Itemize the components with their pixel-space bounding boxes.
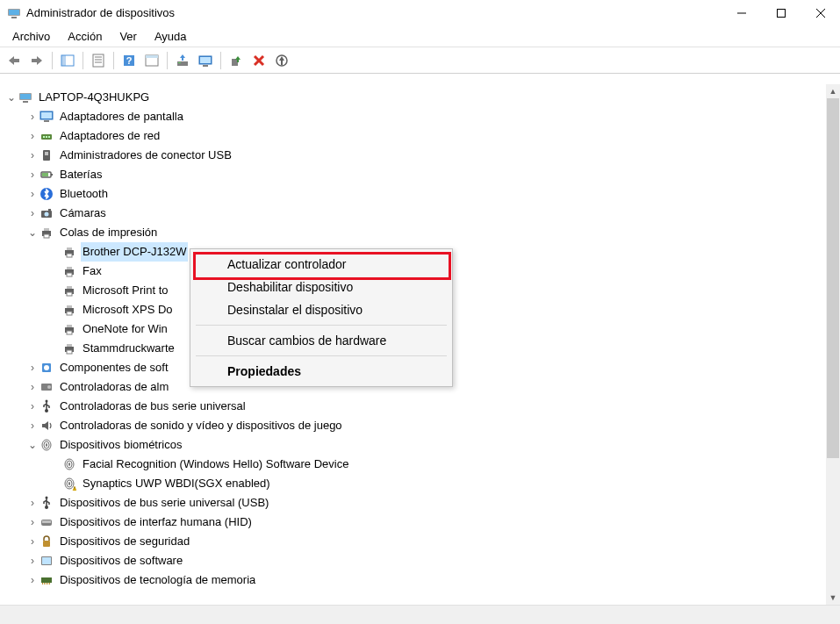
context-menu-item[interactable]: Buscar cambios de hardware [190,329,452,352]
expander-icon[interactable]: ⌄ [5,88,18,107]
tree-device[interactable]: !Synaptics UWP WBDI(SGX enabled) [4,474,840,493]
tree-category[interactable]: ›Controladoras de bus serie universal [4,397,840,416]
update-driver-button[interactable] [172,50,193,71]
expander-icon[interactable]: › [26,551,39,570]
tree-node-label[interactable]: Stammdruckwarte [81,339,176,358]
biometric-icon [39,438,54,452]
tree-node-label[interactable]: Dispositivos de tecnología de memoria [58,570,257,590]
tree-node-label[interactable]: Dispositivos de software [58,551,184,570]
battery-icon [39,168,54,182]
context-menu-item[interactable]: Propiedades [190,360,452,383]
context-menu-item[interactable]: Deshabilitar dispositivo [190,276,452,298]
tree-node-label[interactable]: Componentes de soft [58,358,170,377]
tree-device[interactable]: Facial Recognition (Windows Hello) Softw… [4,455,840,474]
expander-icon[interactable]: › [26,107,39,126]
maximize-button[interactable] [761,0,801,25]
tree-category[interactable]: ›Adaptadores de pantalla [4,107,840,126]
tree-node-label[interactable]: Dispositivos de bus serie universal (USB… [58,493,270,513]
menu-ver[interactable]: Ver [111,27,146,46]
tree-category[interactable]: ›Dispositivos de software [4,551,840,570]
tree-node-label[interactable]: Adaptadores de pantalla [58,107,185,126]
tree-node-label[interactable]: LAPTOP-4Q3HUKPG [37,88,151,107]
svg-rect-36 [46,136,47,138]
expander-icon[interactable]: › [26,416,39,435]
svg-rect-49 [44,234,49,238]
tree-node-label[interactable]: Administradores de conector USB [58,146,233,165]
scroll-down-arrow[interactable]: ▼ [826,591,840,605]
scan-hardware-button[interactable] [195,50,216,71]
expander-icon[interactable]: › [26,184,39,204]
properties-button[interactable] [88,50,109,71]
tree-node-label[interactable]: Synaptics UWP WBDI(SGX enabled) [81,474,272,493]
expander-icon[interactable]: › [26,513,39,532]
minimize-button[interactable] [722,0,761,25]
tree-category[interactable]: ›Controladoras de sonido y vídeo y dispo… [4,416,840,435]
tree-root[interactable]: ⌄LAPTOP-4Q3HUKPG [4,88,840,107]
show-hide-tree-button[interactable] [57,50,78,71]
context-menu-item[interactable]: Desinstalar el dispositivo [190,298,452,321]
expander-icon[interactable]: › [26,493,39,513]
expander-icon[interactable]: ⌄ [26,435,39,455]
printer-icon [61,245,77,259]
tree-category[interactable]: ⌄Colas de impresión [4,223,840,242]
tree-category[interactable]: ›Dispositivos de interfaz humana (HID) [4,513,840,532]
expander-icon[interactable]: › [26,126,39,146]
tree-category[interactable]: ›Administradores de conector USB [4,146,840,165]
window-buttons [722,0,840,25]
expander-icon[interactable]: › [26,146,39,165]
tree-node-label[interactable]: Baterías [58,165,104,184]
context-menu-item[interactable]: Actualizar controlador [190,253,452,276]
tree-node-label[interactable]: Colas de impresión [58,223,159,242]
tree-node-label[interactable]: Fax [81,262,104,281]
expander-icon[interactable]: › [26,204,39,223]
tree-node-label[interactable]: Microsoft Print to [81,281,170,300]
printer-icon [61,283,77,298]
tree-node-label[interactable]: Brother DCP-J132W [81,242,188,262]
close-button[interactable] [801,0,840,25]
tree-node-label[interactable]: Facial Recognition (Windows Hello) Softw… [81,455,350,474]
tree-node-label[interactable]: Controladoras de alm [58,377,170,397]
svg-rect-64 [67,331,72,334]
tree-category[interactable]: ›Dispositivos de bus serie universal (US… [4,493,840,513]
tree-node-label[interactable]: Dispositivos de interfaz humana (HID) [58,513,254,532]
expander-icon[interactable]: › [26,570,39,590]
tree-category[interactable]: ›Baterías [4,165,840,184]
enable-device-button[interactable] [226,50,247,71]
tree-category[interactable]: ›Bluetooth [4,184,840,204]
tree-category[interactable]: ›Dispositivos de seguridad [4,532,840,551]
security-icon [39,534,54,549]
tree-node-label[interactable]: OneNote for Win [81,319,169,339]
tree-node-label[interactable]: Controladoras de bus serie universal [58,397,248,416]
menu-archivo[interactable]: Archivo [4,27,59,46]
action-button[interactable] [141,50,162,71]
vertical-scrollbar[interactable]: ▲ ▼ [826,84,840,605]
menu-ayuda[interactable]: Ayuda [146,27,196,46]
tree-node-label[interactable]: Microsoft XPS Do [81,300,175,319]
expander-icon[interactable]: › [26,397,39,416]
expander-icon[interactable]: ⌄ [26,223,39,242]
disable-device-button[interactable] [271,50,292,71]
tree-category[interactable]: ⌄Dispositivos biométricos [4,435,840,455]
expander-icon[interactable]: › [26,377,39,397]
forward-button[interactable] [26,50,47,71]
scroll-thumb[interactable] [827,98,839,458]
tree-category[interactable]: ›Dispositivos de tecnología de memoria [4,570,840,590]
expander-icon[interactable]: › [26,358,39,377]
svg-rect-63 [67,325,72,327]
tree-category[interactable]: ›Cámaras [4,204,840,223]
back-button[interactable] [4,50,25,71]
tree-category[interactable]: ›Adaptadores de red [4,126,840,146]
svg-rect-39 [45,152,48,155]
tree-node-label[interactable]: Bluetooth [58,184,110,204]
uninstall-device-button[interactable] [248,50,269,71]
tree-node-label[interactable]: Dispositivos biométricos [58,435,183,455]
scroll-up-arrow[interactable]: ▲ [826,84,840,98]
menu-accion[interactable]: Acción [59,27,111,46]
expander-icon[interactable]: › [26,165,39,184]
tree-node-label[interactable]: Cámaras [58,204,108,223]
tree-node-label[interactable]: Adaptadores de red [58,126,162,146]
tree-node-label[interactable]: Dispositivos de seguridad [58,532,191,551]
help-button[interactable]: ? [118,50,140,71]
tree-node-label[interactable]: Controladoras de sonido y vídeo y dispos… [58,416,344,435]
expander-icon[interactable]: › [26,532,39,551]
